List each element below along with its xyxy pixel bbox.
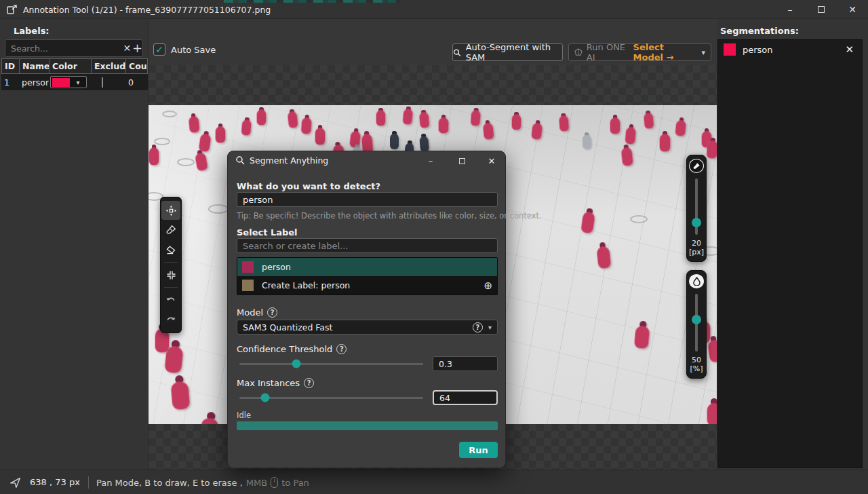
confidence-input[interactable] [433, 356, 498, 371]
redo-button[interactable] [161, 310, 180, 329]
add-circle-icon[interactable]: ⊕ [484, 280, 492, 292]
label-color-dropdown[interactable]: ▾ [50, 76, 87, 88]
help-icon[interactable]: ? [473, 322, 483, 332]
model-dropdown[interactable]: SAM3 Quantized Fast ? ▾ [237, 320, 498, 335]
mouse-icon [271, 477, 278, 488]
confidence-slider-row [237, 356, 498, 371]
label-option-swatch [242, 280, 254, 291]
max-instances-slider-thumb[interactable] [260, 394, 269, 402]
run-button[interactable]: Run [459, 442, 498, 458]
labels-search-clear-button[interactable]: ✕ [122, 43, 132, 54]
eraser-icon [165, 244, 176, 255]
confidence-slider-thumb[interactable] [292, 360, 301, 368]
redo-icon [165, 315, 176, 324]
help-icon[interactable]: ? [304, 378, 314, 388]
person-mask [419, 109, 429, 128]
person-figure [390, 131, 399, 149]
auto-save-toggle[interactable]: ✓ Auto Save [153, 43, 216, 56]
brush-tool-button[interactable] [161, 221, 180, 240]
person-mask [532, 119, 543, 139]
person-mask [625, 124, 636, 144]
person-mask [195, 149, 208, 171]
window-maximize-button[interactable] [806, 0, 837, 19]
segmentation-remove-button[interactable]: ✕ [842, 43, 856, 56]
select-model-button[interactable]: Select Model → [633, 42, 696, 62]
chevron-down-icon: ▾ [70, 79, 86, 86]
label-option-text: Create Label: person [262, 280, 484, 290]
person-mask [483, 119, 494, 139]
person-mask [315, 125, 325, 145]
label-option-text: person [262, 262, 492, 272]
cursor-coordinates: 638 , 73 px [30, 477, 80, 487]
prompt-input[interactable] [237, 192, 498, 207]
opacity-track[interactable] [695, 294, 698, 351]
column-name: Name [19, 58, 49, 74]
pan-tool-button[interactable] [161, 201, 180, 220]
brush-size-track[interactable] [695, 178, 698, 234]
eraser-tool-button[interactable] [161, 240, 180, 259]
dialog-titlebar[interactable]: Segment Anything – ✕ [228, 151, 505, 170]
column-count: Count [125, 58, 148, 74]
window-close-button[interactable]: ✕ [837, 0, 868, 19]
segmentation-item[interactable]: person ✕ [718, 40, 862, 59]
maximize-icon [818, 6, 825, 13]
max-instances-slider-track[interactable] [239, 397, 423, 399]
fit-view-button[interactable] [161, 265, 180, 284]
auto-save-checkbox[interactable]: ✓ [153, 43, 165, 56]
max-instances-input[interactable] [433, 390, 498, 405]
person-mask [620, 144, 633, 166]
opacity-thumb[interactable] [692, 315, 701, 324]
select-label-heading: Select Label [237, 227, 298, 238]
help-icon[interactable]: ? [267, 307, 277, 318]
floor-ring [162, 111, 177, 117]
brush-size-thumb[interactable] [692, 218, 701, 227]
help-icon[interactable]: ? [336, 344, 347, 354]
droplet-icon [689, 274, 704, 288]
dialog-maximize-button[interactable] [453, 153, 471, 169]
person-mask [149, 145, 159, 165]
dialog-minimize-button[interactable]: – [422, 153, 439, 169]
label-option-person[interactable]: person [237, 258, 497, 276]
brush-size-value: 20 [692, 239, 701, 248]
person-mask [199, 130, 212, 152]
person-mask [707, 398, 717, 424]
run-one-ai-button[interactable]: Run ONE AI [587, 42, 629, 62]
chevron-down-icon[interactable]: ▾ [701, 48, 705, 57]
undo-button[interactable] [161, 290, 180, 309]
max-instances-label: Max Instances ? [237, 378, 314, 388]
label-option-create[interactable]: Create Label: person ⊕ [237, 276, 497, 294]
mode-hint-main: Pan Mode, B to draw, E to erase , [96, 478, 243, 488]
add-label-button[interactable]: + [132, 41, 142, 56]
column-id: ID [1, 58, 19, 74]
window-minimize-button[interactable]: – [774, 0, 806, 19]
application-window: Annotation Tool (1/21) - frame_639077777… [0, 0, 868, 494]
labels-table: ID Name Color Exclude Count 1 person ▾ 0 [1, 58, 148, 90]
run-one-ai-group: Run ONE AI Select Model → ▾ [568, 43, 711, 61]
search-icon [453, 48, 461, 57]
person-mask [439, 115, 448, 133]
prompt-label: What do you want to detect? [237, 181, 380, 191]
segmentations-heading: Segmentations: [720, 26, 799, 36]
person-figure [419, 133, 429, 152]
model-value: SAM3 Quantized Fast [243, 322, 467, 332]
label-search-input[interactable] [237, 238, 498, 253]
person-mask [216, 124, 225, 142]
chevron-down-icon: ▾ [488, 324, 492, 331]
person-mask [301, 115, 312, 134]
auto-segment-sam-button[interactable]: Auto-Segment with SAM [452, 43, 563, 61]
person-mask [403, 106, 413, 124]
label-row[interactable]: 1 person ▾ 0 [1, 74, 148, 90]
max-instances-label-text: Max Instances [237, 378, 300, 388]
person-mask [644, 110, 654, 128]
floor-ring [208, 204, 229, 214]
run-status-text: Idle [237, 411, 251, 420]
labels-panel: Labels: ✕ + ID Name Color Exclude Count … [0, 19, 149, 470]
one-ai-icon [574, 48, 583, 57]
dialog-close-button[interactable]: ✕ [483, 153, 500, 169]
confidence-slider-track[interactable] [239, 363, 423, 365]
window-titlebar[interactable]: Annotation Tool (1/21) - frame_639077777… [0, 0, 868, 19]
mode-hint: Pan Mode, B to draw, E to erase , MMB to… [96, 477, 309, 488]
labels-search-input[interactable] [5, 43, 122, 54]
exclude-checkbox[interactable] [102, 77, 103, 88]
person-mask [512, 112, 521, 130]
